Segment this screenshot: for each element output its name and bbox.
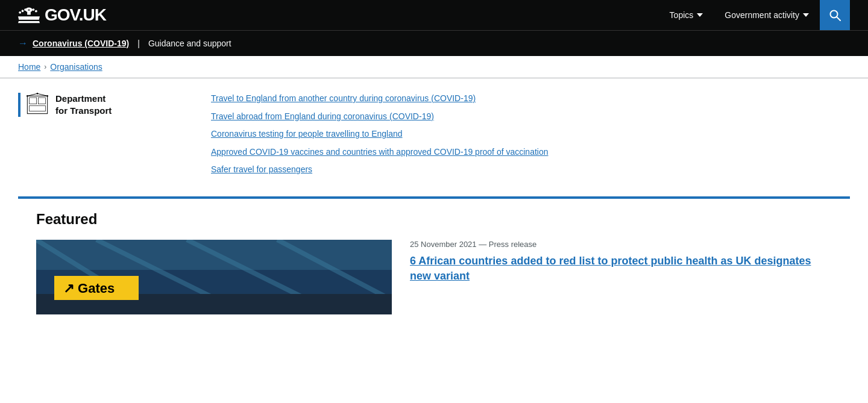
department-crest-icon [25, 93, 49, 117]
featured-image: ↗ Gates [36, 240, 392, 314]
gov-uk-logo[interactable]: GOV.UK [18, 4, 106, 26]
list-item: Coronavirus testing for people travellin… [211, 128, 850, 140]
government-activity-nav-item[interactable]: Government activity [714, 0, 820, 30]
related-link-2[interactable]: Travel abroad from England during corona… [211, 111, 434, 121]
related-link-1[interactable]: Travel to England from another country d… [211, 93, 476, 103]
related-link-5[interactable]: Safer travel for passengers [211, 164, 312, 174]
svg-line-6 [27, 93, 37, 96]
search-icon [829, 9, 841, 21]
list-item: Approved COVID-19 vaccines and countries… [211, 146, 850, 158]
svg-text:↗ Gates: ↗ Gates [63, 281, 115, 296]
breadcrumb-home[interactable]: Home [18, 62, 40, 72]
svg-rect-5 [30, 105, 46, 111]
search-button[interactable] [820, 0, 850, 30]
svg-line-1 [837, 17, 840, 20]
featured-article: 25 November 2021 — Press release 6 Afric… [410, 240, 832, 284]
gov-uk-wordmark: GOV.UK [45, 5, 106, 25]
featured-content: ↗ Gates 25 November 2021 — Press release… [36, 240, 832, 314]
featured-image-overlay: ↗ Gates [36, 240, 392, 314]
department-logo: Department for Transport [18, 93, 187, 117]
government-activity-label: Government activity [725, 10, 799, 20]
department-name-line1: Department [55, 93, 112, 105]
breadcrumb: Home › Organisations [18, 62, 850, 72]
breadcrumb-chevron-icon: › [44, 63, 46, 71]
svg-point-9 [27, 95, 28, 97]
article-dash: — [479, 240, 486, 249]
banner-description: Guidance and support [148, 39, 231, 48]
related-links-list: Travel to England from another country d… [211, 93, 850, 176]
featured-article-title[interactable]: 6 African countries added to red list to… [410, 255, 811, 282]
site-header: GOV.UK Topics Government activity → Coro… [0, 0, 868, 56]
breadcrumb-organisations[interactable]: Organisations [50, 62, 102, 72]
list-item: Travel abroad from England during corona… [211, 111, 850, 123]
article-type: Press release [489, 240, 536, 249]
list-item: Travel to England from another country d… [211, 93, 850, 105]
coronavirus-banner: → Coronavirus (COVID-19) | Guidance and … [0, 30, 868, 56]
svg-line-7 [37, 93, 48, 96]
crown-icon [18, 4, 40, 26]
svg-point-10 [46, 95, 48, 97]
related-links-panel: Travel to England from another country d… [211, 93, 850, 182]
coronavirus-banner-link[interactable]: Coronavirus (COVID-19) [33, 39, 129, 48]
article-meta: 25 November 2021 — Press release [410, 240, 832, 249]
featured-title: Featured [36, 211, 832, 228]
banner-arrow-icon: → [18, 38, 28, 49]
related-link-3[interactable]: Coronavirus testing for people travellin… [211, 129, 403, 139]
main-content: Department for Transport Travel to Engla… [0, 78, 868, 196]
topics-nav-item[interactable]: Topics [659, 0, 714, 30]
svg-point-8 [37, 93, 39, 95]
svg-rect-2 [27, 96, 47, 113]
article-date: 25 November 2021 [410, 240, 477, 249]
topics-label: Topics [670, 10, 694, 20]
breadcrumb-bar: Home › Organisations [0, 56, 868, 78]
department-name-line2: for Transport [55, 105, 112, 117]
svg-rect-4 [38, 98, 45, 104]
topics-chevron-icon [697, 13, 703, 17]
svg-rect-3 [30, 98, 37, 104]
department-panel: Department for Transport [18, 93, 187, 182]
related-link-4[interactable]: Approved COVID-19 vaccines and countries… [211, 147, 549, 157]
featured-section: Featured [18, 198, 850, 326]
government-activity-chevron-icon [803, 13, 809, 17]
department-name: Department for Transport [55, 93, 112, 116]
main-nav: Topics Government activity [659, 0, 850, 30]
list-item: Safer travel for passengers [211, 164, 850, 176]
banner-separator: | [137, 39, 140, 48]
airport-scene-svg: ↗ Gates [36, 240, 392, 314]
